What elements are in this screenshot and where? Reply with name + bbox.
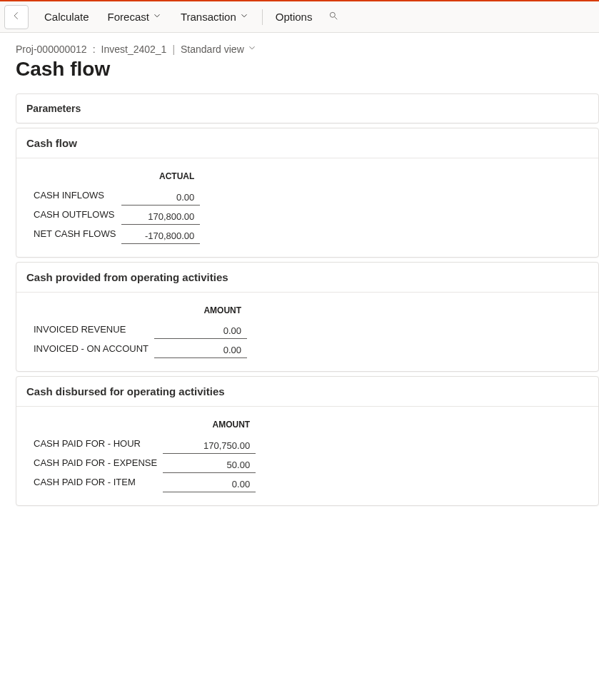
row-label: Cash paid for - hour: [28, 434, 163, 453]
toolbar-divider: [262, 9, 263, 25]
calculate-button[interactable]: Calculate: [36, 6, 98, 27]
operating-outflows-table: Amount Cash paid for - hour 170,750.00 C…: [28, 417, 256, 492]
transaction-label: Transaction: [181, 11, 236, 23]
row-value[interactable]: 0.00: [154, 320, 247, 339]
page-title: Cash flow: [16, 58, 599, 81]
table-row: Invoiced - on account 0.00: [28, 339, 247, 358]
content-area: Proj-000000012 : Invest_2402_1 | Standar…: [0, 33, 599, 527]
table-row: Cash paid for - expense 50.00: [28, 453, 256, 472]
row-value[interactable]: 50.00: [163, 453, 256, 472]
back-button[interactable]: [4, 5, 29, 29]
cash-flow-panel: Cash flow Actual Cash inflows 0.00 Cash …: [16, 128, 599, 258]
row-value[interactable]: 0.00: [154, 339, 247, 358]
table-row: Cash paid for - hour 170,750.00: [28, 434, 256, 453]
row-label: Invoiced revenue: [28, 320, 154, 339]
row-value[interactable]: 170,750.00: [163, 434, 256, 453]
view-dropdown-label: Standard view: [181, 44, 244, 55]
breadcrumb-project-name: Invest_2402_1: [101, 44, 167, 55]
table-row: Cash paid for - item 0.00: [28, 472, 256, 492]
parameters-panel[interactable]: Parameters: [16, 93, 599, 123]
breadcrumb-project-id: Proj-000000012: [16, 44, 87, 55]
table-row: Invoiced revenue 0.00: [28, 320, 247, 339]
forecast-dropdown[interactable]: Forecast: [99, 6, 171, 27]
row-label: Cash paid for - expense: [28, 453, 163, 472]
cash-flow-panel-header[interactable]: Cash flow: [16, 128, 598, 158]
table-row: Net cash flows -170,800.00: [28, 224, 200, 243]
row-value[interactable]: 0.00: [163, 472, 256, 492]
operating-outflows-panel: Cash disbursed for operating activities …: [16, 376, 599, 506]
transaction-dropdown[interactable]: Transaction: [172, 6, 258, 27]
cash-flow-col-header: Actual: [121, 168, 200, 186]
search-icon: [328, 11, 338, 23]
search-button[interactable]: [322, 6, 345, 29]
operating-outflows-panel-header[interactable]: Cash disbursed for operating activities: [16, 377, 598, 407]
row-label: Net cash flows: [28, 224, 121, 243]
row-value[interactable]: 0.00: [121, 186, 200, 205]
calculate-label: Calculate: [44, 11, 89, 23]
options-label: Options: [276, 11, 313, 23]
operating-outflows-col-header: Amount: [163, 417, 256, 434]
chevron-down-icon: [239, 11, 249, 23]
row-value[interactable]: -170,800.00: [121, 224, 200, 243]
forecast-label: Forecast: [108, 11, 149, 23]
view-dropdown[interactable]: Standard view: [181, 43, 257, 55]
svg-point-0: [331, 12, 336, 17]
toolbar: Calculate Forecast Transaction Options: [0, 1, 599, 33]
breadcrumb-separator: |: [172, 44, 175, 55]
arrow-left-icon: [11, 11, 21, 23]
breadcrumb-colon: :: [93, 44, 96, 55]
table-row: Cash outflows 170,800.00: [28, 205, 200, 224]
row-label: Invoiced - on account: [28, 339, 154, 358]
parameters-panel-title: Parameters: [26, 103, 81, 114]
breadcrumb: Proj-000000012 : Invest_2402_1 | Standar…: [16, 43, 599, 55]
table-row: Cash inflows 0.00: [28, 186, 200, 205]
options-button[interactable]: Options: [267, 6, 321, 27]
operating-inflows-col-header: Amount: [154, 303, 247, 320]
row-label: Cash inflows: [28, 186, 121, 205]
cash-flow-table: Actual Cash inflows 0.00 Cash outflows 1…: [28, 168, 200, 244]
operating-inflows-panel: Cash provided from operating activities …: [16, 262, 599, 372]
row-label: Cash paid for - item: [28, 472, 163, 492]
operating-inflows-panel-header[interactable]: Cash provided from operating activities: [16, 263, 598, 293]
chevron-down-icon: [247, 43, 257, 55]
operating-inflows-table: Amount Invoiced revenue 0.00 Invoiced - …: [28, 303, 247, 359]
chevron-down-icon: [152, 11, 162, 23]
row-value[interactable]: 170,800.00: [121, 205, 200, 224]
row-label: Cash outflows: [28, 205, 121, 224]
